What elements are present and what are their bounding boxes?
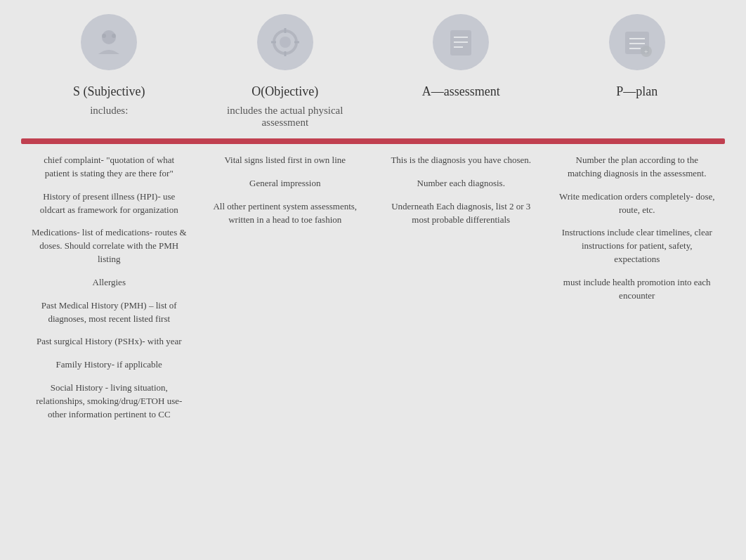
plan-bullet-4: must include health promotion into each …: [559, 276, 716, 303]
divider-bar: [21, 138, 725, 144]
objective-bullet-3: All other pertinent system assessments, …: [207, 200, 364, 227]
objective-bullet-1: Vital signs listed first in own line: [207, 154, 364, 167]
col-assessment-top: A—assessment: [373, 14, 549, 131]
subjective-bullet-2: History of present illness (HPI)- use ol…: [31, 190, 188, 217]
subjective-bullet-4: Allergies: [31, 276, 188, 289]
objective-icon: [257, 14, 313, 70]
plan-bullet-3: Instructions include clear timelines, cl…: [559, 226, 716, 266]
assessment-bullet-3: Underneath Each diagnosis, list 2 or 3 m…: [383, 200, 539, 227]
col-subjective-title: S (Subjective): [73, 84, 145, 99]
col-objective-content: Vital signs listed first in own line Gen…: [197, 154, 374, 431]
col-objective-subtitle: includes the actual physical assessment: [204, 105, 367, 129]
subjective-bullet-5: Past Medical History (PMH) – list of dia…: [31, 299, 188, 326]
subjective-bullet-3: Medications- list of medications- routes…: [31, 226, 188, 266]
page-container: S (Subjective) includes: O(Objective) in…: [0, 0, 746, 560]
svg-point-2: [112, 34, 116, 38]
assessment-bullet-2: Number each diagnosis.: [383, 177, 539, 190]
assessment-bullet-1: This is the diagnosis you have chosen.: [383, 154, 539, 167]
subjective-bullet-7: Family History- if applicable: [31, 358, 188, 372]
subjective-bullet-8: Social History - living situation, relat…: [31, 382, 188, 422]
subjective-bullet-6: Past surgical History (PSHx)- with year: [31, 335, 188, 349]
content-section: chief complaint- "quotation of what pati…: [21, 154, 725, 431]
svg-point-4: [280, 37, 291, 48]
col-plan-title: P—plan: [616, 84, 657, 99]
plan-bullet-1: Number the plan according to the matchin…: [559, 154, 716, 181]
col-plan-top: + P—plan: [549, 14, 726, 131]
col-subjective-subtitle: includes:: [90, 105, 128, 117]
top-section: S (Subjective) includes: O(Objective) in…: [21, 14, 725, 131]
assessment-icon: [433, 14, 489, 70]
col-assessment-title: A—assessment: [422, 84, 500, 99]
plan-bullet-2: Write medication orders completely- dose…: [559, 190, 716, 217]
objective-bullet-2: General impression: [207, 177, 364, 190]
col-objective-title: O(Objective): [251, 84, 318, 99]
col-assessment-content: This is the diagnosis you have chosen. N…: [373, 154, 549, 431]
subjective-bullet-1: chief complaint- "quotation of what pati…: [31, 154, 188, 181]
plan-icon: +: [609, 14, 665, 70]
col-plan-content: Number the plan according to the matchin…: [549, 154, 726, 431]
subjective-icon: [81, 14, 137, 70]
svg-text:+: +: [644, 48, 648, 56]
svg-point-1: [102, 34, 106, 38]
col-subjective-content: chief complaint- "quotation of what pati…: [21, 154, 197, 431]
col-subjective-top: S (Subjective) includes:: [21, 14, 197, 131]
col-objective-top: O(Objective) includes the actual physica…: [197, 14, 374, 131]
